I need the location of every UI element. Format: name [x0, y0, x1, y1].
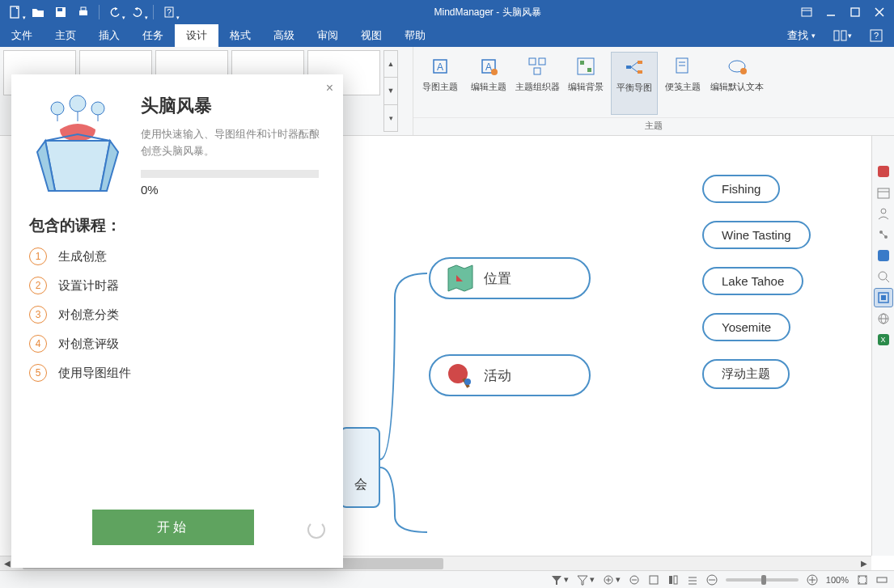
- tool-theme-organizer[interactable]: 主题组织器: [514, 52, 561, 115]
- fit-width-icon[interactable]: [876, 574, 888, 586]
- filter2-icon[interactable]: ▾: [577, 574, 595, 586]
- print-button[interactable]: [73, 2, 94, 23]
- tool-note-theme[interactable]: 便笺主题: [659, 52, 706, 115]
- menu-help[interactable]: 帮助: [393, 24, 437, 47]
- tool-edit-default-text[interactable]: 编辑默认文本: [708, 52, 766, 115]
- float-topic[interactable]: Wine Tasting: [702, 221, 811, 249]
- menu-insert[interactable]: 插入: [87, 24, 131, 47]
- svg-rect-14: [841, 31, 846, 40]
- svg-point-72: [51, 102, 64, 115]
- zoom-out-button[interactable]: [706, 574, 718, 586]
- search-box[interactable]: 查找 ▾: [781, 28, 822, 43]
- central-topic[interactable]: 会: [340, 427, 380, 508]
- maximize-button[interactable]: [844, 2, 866, 23]
- menu-home[interactable]: 主页: [44, 24, 87, 47]
- svg-rect-4: [81, 7, 86, 11]
- lesson-item[interactable]: 5使用导图组件: [29, 364, 325, 382]
- svg-rect-60: [669, 576, 672, 584]
- sidebar-search-icon[interactable]: [874, 267, 893, 286]
- svg-text:A: A: [437, 61, 443, 73]
- ribbon-options-button[interactable]: ▾: [827, 30, 858, 41]
- ribbon-display-button[interactable]: [795, 2, 818, 23]
- svg-point-47: [879, 272, 887, 280]
- svg-rect-10: [851, 8, 859, 16]
- float-topic[interactable]: Fishing: [702, 175, 780, 203]
- svg-rect-41: [878, 188, 889, 198]
- gallery-down-button[interactable]: ▼: [384, 78, 397, 104]
- zoom-value[interactable]: 100%: [826, 575, 849, 585]
- ribbon-group-label: 主题: [413, 117, 894, 135]
- lesson-item[interactable]: 1生成创意: [29, 247, 325, 265]
- refresh-icon[interactable]: [307, 521, 325, 539]
- brainstorm-dialog: × 头脑风暴 使用快速输入、导图组件和计时器酝酿创意头脑风暴。 0%: [11, 74, 343, 568]
- sidebar-person-icon[interactable]: [874, 204, 893, 223]
- svg-point-21: [491, 69, 498, 75]
- help-dropdown-button[interactable]: ?▾: [159, 2, 180, 23]
- sidebar-format-icon[interactable]: [874, 246, 893, 265]
- svg-rect-3: [79, 11, 87, 15]
- svg-rect-30: [638, 70, 642, 74]
- dialog-title: 头脑风暴: [141, 94, 325, 118]
- close-button[interactable]: [868, 2, 891, 23]
- sidebar-link-icon[interactable]: [874, 225, 893, 244]
- progress-percent: 0%: [141, 183, 325, 197]
- tool-edit-theme[interactable]: A编辑主题: [465, 52, 512, 115]
- gallery-up-button[interactable]: ▲: [384, 51, 397, 78]
- lesson-item[interactable]: 2设置计时器: [29, 277, 325, 294]
- sidebar-brainstorm-icon[interactable]: [874, 288, 893, 307]
- lesson-list: 1生成创意 2设置计时器 3对创意分类 4对创意评级 5使用导图组件: [29, 247, 325, 382]
- menu-advanced[interactable]: 高级: [262, 24, 306, 47]
- undo-button[interactable]: ▾: [104, 2, 125, 23]
- svg-point-74: [91, 102, 104, 115]
- menu-design[interactable]: 设计: [175, 24, 218, 47]
- collapse-icon[interactable]: [629, 574, 640, 586]
- svg-point-40: [464, 379, 471, 385]
- connector: [379, 459, 443, 540]
- help-button[interactable]: ?: [863, 29, 889, 42]
- save-button[interactable]: [50, 2, 71, 23]
- float-topic[interactable]: Yosemite: [702, 313, 790, 341]
- new-file-button[interactable]: ▾: [5, 2, 26, 23]
- view3-icon[interactable]: [687, 574, 698, 586]
- sidebar-web-icon[interactable]: [874, 309, 893, 328]
- svg-rect-28: [626, 66, 631, 69]
- minimize-button[interactable]: [820, 2, 842, 23]
- quick-access-toolbar: ▾ ▾ ▾ ?▾: [0, 2, 180, 23]
- svg-rect-50: [881, 295, 886, 300]
- svg-rect-23: [539, 58, 545, 65]
- menu-tasks[interactable]: 任务: [131, 24, 175, 47]
- view2-icon[interactable]: [667, 574, 679, 586]
- svg-rect-26: [580, 61, 584, 65]
- float-topic[interactable]: Lake Tahoe: [702, 267, 803, 295]
- tool-map-theme[interactable]: A导图主题: [417, 52, 464, 115]
- svg-rect-29: [638, 61, 642, 64]
- float-topic[interactable]: 浮动主题: [702, 359, 790, 389]
- zoom-in-button[interactable]: [807, 574, 818, 586]
- lesson-item[interactable]: 4对创意评级: [29, 335, 325, 353]
- expand-icon[interactable]: ▾: [603, 574, 621, 586]
- view1-icon[interactable]: [648, 574, 659, 586]
- tool-balance-map[interactable]: 平衡导图: [611, 52, 658, 115]
- menu-view[interactable]: 视图: [350, 24, 393, 47]
- sidebar-tags-icon[interactable]: [874, 162, 893, 181]
- redo-button[interactable]: ▾: [127, 2, 148, 23]
- open-file-button[interactable]: [28, 2, 49, 23]
- pingpong-icon: [445, 361, 474, 390]
- tool-edit-background[interactable]: 编辑背景: [562, 52, 609, 115]
- menu-format[interactable]: 格式: [218, 24, 262, 47]
- svg-point-73: [70, 95, 86, 112]
- fit-page-icon[interactable]: [857, 574, 868, 586]
- menu-file[interactable]: 文件: [0, 24, 44, 47]
- filter-icon[interactable]: ▾: [551, 574, 569, 586]
- topic-location[interactable]: 位置: [429, 257, 591, 299]
- scroll-right-button[interactable]: ▶: [857, 556, 871, 570]
- menu-review[interactable]: 审阅: [306, 24, 350, 47]
- lesson-item[interactable]: 3对创意分类: [29, 306, 325, 324]
- sidebar-calendar-icon[interactable]: [874, 183, 893, 202]
- sidebar-excel-icon[interactable]: X: [874, 330, 893, 349]
- gallery-more-button[interactable]: ▾: [384, 105, 397, 131]
- dialog-close-button[interactable]: ×: [326, 81, 333, 95]
- start-button[interactable]: 开始: [92, 510, 254, 545]
- zoom-slider[interactable]: [726, 578, 799, 582]
- topic-activity[interactable]: 活动: [429, 354, 591, 396]
